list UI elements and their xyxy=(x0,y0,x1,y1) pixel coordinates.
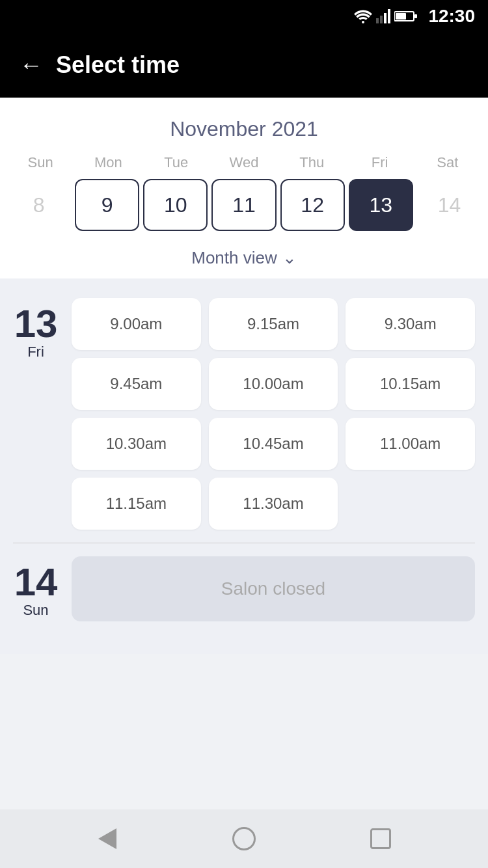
time-slot-11-00am[interactable]: 11.00am xyxy=(346,418,475,470)
time-slot-9-00am[interactable]: 9.00am xyxy=(72,298,201,350)
day-header-tue: Tue xyxy=(142,152,210,174)
status-icons xyxy=(354,9,418,23)
time-slot-10-00am[interactable]: 10.00am xyxy=(209,358,338,410)
wifi-icon xyxy=(354,9,372,23)
time-slot-10-45am[interactable]: 10.45am xyxy=(209,418,338,470)
cal-day-11[interactable]: 11 xyxy=(211,179,276,231)
svg-rect-4 xyxy=(388,9,390,23)
month-view-label: Month view xyxy=(191,248,277,268)
nav-recents-button[interactable] xyxy=(364,822,397,855)
svg-rect-2 xyxy=(380,16,383,23)
svg-rect-6 xyxy=(396,13,406,20)
header-title: Select time xyxy=(56,51,180,79)
cal-day-14: 14 xyxy=(417,179,481,231)
bottom-pad xyxy=(0,654,488,719)
nav-home-button[interactable] xyxy=(228,822,260,855)
time-slot-9-15am[interactable]: 9.15am xyxy=(209,298,338,350)
svg-rect-3 xyxy=(384,13,386,23)
back-button[interactable]: ← xyxy=(20,53,43,77)
calendar-week: 891011121314 xyxy=(0,174,488,241)
day-number-13: 13 xyxy=(14,305,58,344)
cal-day-9[interactable]: 9 xyxy=(75,179,139,231)
calendar-section: November 2021 Sun Mon Tue Wed Thu Fri Sa… xyxy=(0,98,488,278)
status-bar: 12:30 xyxy=(0,0,488,33)
time-slot-10-30am[interactable]: 10.30am xyxy=(72,418,201,470)
time-slot-10-15am[interactable]: 10.15am xyxy=(346,358,475,410)
day-name-Sun: Sun xyxy=(23,602,48,619)
month-view-toggle[interactable]: Month view ⌄ xyxy=(0,241,488,278)
battery-icon xyxy=(394,10,418,22)
cal-day-8: 8 xyxy=(7,179,71,231)
home-circle-icon xyxy=(232,827,256,850)
day-name-Fri: Fri xyxy=(27,344,44,360)
slots-section: 13Fri9.00am9.15am9.30am9.45am10.00am10.1… xyxy=(0,278,488,654)
cal-day-13[interactable]: 13 xyxy=(349,179,413,231)
divider-1 xyxy=(13,543,475,543)
signal-icon xyxy=(376,9,390,23)
time-slot-11-15am[interactable]: 11.15am xyxy=(72,478,201,530)
back-triangle-icon xyxy=(98,828,116,849)
day-header-sun: Sun xyxy=(7,152,74,174)
day-block-13: 13Fri9.00am9.15am9.30am9.45am10.00am10.1… xyxy=(13,298,475,530)
nav-back-button[interactable] xyxy=(91,822,124,855)
cal-day-10[interactable]: 10 xyxy=(143,179,208,231)
day-header-thu: Thu xyxy=(278,152,346,174)
day-header-mon: Mon xyxy=(74,152,142,174)
time-slot-9-45am[interactable]: 9.45am xyxy=(72,358,201,410)
time-slot-11-30am[interactable]: 11.30am xyxy=(209,478,338,530)
salon-closed-label: Salon closed xyxy=(72,556,475,621)
day-label-14: 14Sun xyxy=(13,556,59,621)
calendar-days-header: Sun Mon Tue Wed Thu Fri Sat xyxy=(0,152,488,174)
status-time: 12:30 xyxy=(428,6,475,27)
svg-rect-1 xyxy=(376,18,379,23)
day-header-sat: Sat xyxy=(414,152,481,174)
header: ← Select time xyxy=(0,33,488,98)
chevron-down-icon: ⌄ xyxy=(282,248,297,268)
day-header-fri: Fri xyxy=(346,152,413,174)
day-block-14: 14SunSalon closed xyxy=(13,556,475,621)
calendar-month: November 2021 xyxy=(0,111,488,152)
svg-rect-7 xyxy=(414,14,417,18)
slots-grid-13: 9.00am9.15am9.30am9.45am10.00am10.15am10… xyxy=(72,298,475,530)
day-label-13: 13Fri xyxy=(13,298,59,530)
day-header-wed: Wed xyxy=(210,152,278,174)
cal-day-12[interactable]: 12 xyxy=(280,179,345,231)
svg-point-0 xyxy=(362,21,364,23)
recents-square-icon xyxy=(370,828,391,849)
nav-bar xyxy=(0,809,488,868)
day-number-14: 14 xyxy=(14,563,58,602)
time-slot-9-30am[interactable]: 9.30am xyxy=(346,298,475,350)
